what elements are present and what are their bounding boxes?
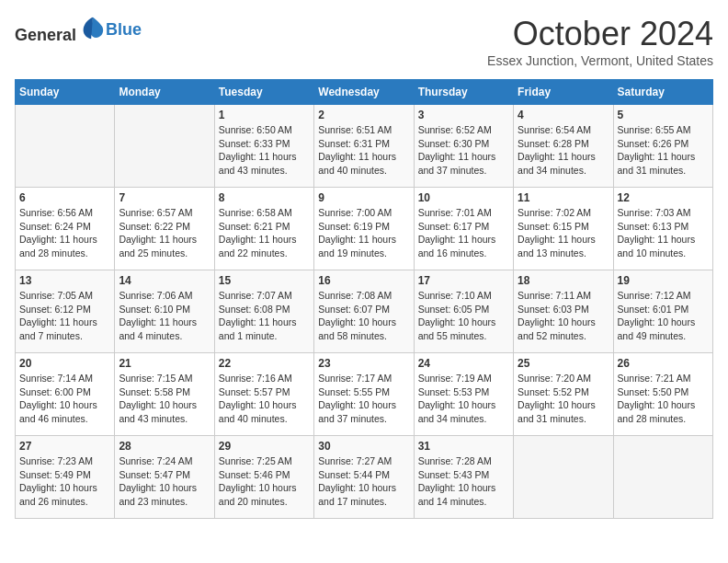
sunrise-text: Sunrise: 7:02 AM [518,207,591,218]
day-number: 15 [219,274,310,287]
sunrise-text: Sunrise: 7:20 AM [518,373,591,384]
sunrise-text: Sunrise: 7:23 AM [19,455,93,466]
day-number: 17 [418,274,509,287]
sunrise-text: Sunrise: 7:11 AM [518,290,591,301]
daylight-text: Daylight: 11 hours and 7 minutes. [19,316,97,341]
daylight-text: Daylight: 10 hours and 17 minutes. [318,482,396,507]
calendar-week-row: 13 Sunrise: 7:05 AM Sunset: 6:12 PM Dayl… [16,270,713,353]
day-number: 4 [518,109,609,121]
day-number: 27 [19,440,110,453]
day-number: 22 [219,357,310,370]
sunset-text: Sunset: 5:58 PM [119,386,190,397]
day-info: Sunrise: 7:03 AM Sunset: 6:13 PM Dayligh… [618,206,709,260]
day-number: 24 [418,357,509,370]
day-number: 29 [219,440,310,453]
day-info: Sunrise: 6:50 AM Sunset: 6:33 PM Dayligh… [219,123,310,178]
day-number: 25 [518,357,609,370]
daylight-text: Daylight: 11 hours and 10 minutes. [618,234,696,259]
sunset-text: Sunset: 6:00 PM [19,386,91,397]
sunrise-text: Sunrise: 6:50 AM [219,124,292,135]
sunrise-text: Sunrise: 7:21 AM [618,373,691,384]
calendar-cell [514,436,613,519]
day-number: 12 [618,191,709,204]
calendar-header-wednesday: Wednesday [314,80,414,105]
calendar-cell: 5 Sunrise: 6:55 AM Sunset: 6:26 PM Dayli… [613,105,712,188]
sunrise-text: Sunrise: 7:10 AM [418,290,492,301]
sunrise-text: Sunrise: 7:17 AM [318,373,392,384]
daylight-text: Daylight: 11 hours and 19 minutes. [318,234,396,259]
page-header: General Blue October 2024 Essex Junction… [15,15,713,68]
calendar-cell: 24 Sunrise: 7:19 AM Sunset: 5:53 PM Dayl… [414,353,513,436]
sunset-text: Sunset: 6:01 PM [618,304,689,315]
daylight-text: Daylight: 10 hours and 26 minutes. [19,482,97,507]
logo-icon [80,15,106,40]
daylight-text: Daylight: 11 hours and 1 minute. [219,316,297,341]
day-info: Sunrise: 6:58 AM Sunset: 6:21 PM Dayligh… [219,206,310,260]
day-number: 26 [618,357,709,370]
sunset-text: Sunset: 5:50 PM [618,386,689,397]
sunset-text: Sunset: 6:30 PM [418,138,490,149]
sunrise-text: Sunrise: 7:28 AM [418,455,492,466]
day-number: 14 [119,274,210,287]
sunrise-text: Sunrise: 7:07 AM [219,290,292,301]
calendar-week-row: 20 Sunrise: 7:14 AM Sunset: 6:00 PM Dayl… [16,353,713,436]
calendar-table: SundayMondayTuesdayWednesdayThursdayFrid… [15,79,713,519]
day-info: Sunrise: 7:11 AM Sunset: 6:03 PM Dayligh… [518,289,609,343]
sunrise-text: Sunrise: 6:52 AM [418,124,492,135]
calendar-header-thursday: Thursday [414,80,513,105]
day-info: Sunrise: 7:27 AM Sunset: 5:44 PM Dayligh… [318,454,409,509]
sunrise-text: Sunrise: 6:54 AM [518,124,591,135]
day-info: Sunrise: 6:55 AM Sunset: 6:26 PM Dayligh… [618,123,709,178]
day-number: 19 [618,274,709,287]
daylight-text: Daylight: 11 hours and 34 minutes. [518,151,596,176]
sunset-text: Sunset: 6:05 PM [418,304,490,315]
sunset-text: Sunset: 5:57 PM [219,386,290,397]
sunset-text: Sunset: 6:31 PM [318,138,390,149]
calendar-cell: 29 Sunrise: 7:25 AM Sunset: 5:46 PM Dayl… [214,436,313,519]
sunset-text: Sunset: 5:46 PM [219,469,290,480]
day-number: 9 [318,191,409,204]
calendar-cell [115,105,214,188]
daylight-text: Daylight: 10 hours and 52 minutes. [518,316,596,341]
sunset-text: Sunset: 6:03 PM [518,304,589,315]
calendar-cell: 27 Sunrise: 7:23 AM Sunset: 5:49 PM Dayl… [16,436,115,519]
calendar-header-tuesday: Tuesday [214,80,313,105]
day-info: Sunrise: 7:05 AM Sunset: 6:12 PM Dayligh… [19,289,110,343]
sunrise-text: Sunrise: 7:19 AM [418,373,492,384]
day-number: 2 [318,109,409,121]
day-info: Sunrise: 7:17 AM Sunset: 5:55 PM Dayligh… [318,372,409,426]
sunset-text: Sunset: 6:17 PM [418,221,490,232]
day-number: 20 [19,357,110,370]
daylight-text: Daylight: 10 hours and 14 minutes. [418,482,496,507]
day-info: Sunrise: 7:02 AM Sunset: 6:15 PM Dayligh… [518,206,609,260]
sunrise-text: Sunrise: 7:14 AM [19,373,93,384]
day-number: 13 [19,274,110,287]
sunset-text: Sunset: 5:47 PM [119,469,190,480]
calendar-week-row: 27 Sunrise: 7:23 AM Sunset: 5:49 PM Dayl… [16,436,713,519]
calendar-cell: 16 Sunrise: 7:08 AM Sunset: 6:07 PM Dayl… [314,270,414,353]
sunset-text: Sunset: 6:07 PM [318,304,390,315]
calendar-cell: 7 Sunrise: 6:57 AM Sunset: 6:22 PM Dayli… [115,188,214,270]
daylight-text: Daylight: 11 hours and 28 minutes. [19,234,97,259]
day-number: 6 [19,191,110,204]
day-number: 7 [119,191,210,204]
logo-blue-text: Blue [106,20,142,39]
day-number: 31 [418,440,509,453]
day-info: Sunrise: 7:16 AM Sunset: 5:57 PM Dayligh… [219,372,310,426]
day-info: Sunrise: 7:14 AM Sunset: 6:00 PM Dayligh… [19,372,110,426]
calendar-cell: 8 Sunrise: 6:58 AM Sunset: 6:21 PM Dayli… [214,188,313,270]
sunrise-text: Sunrise: 7:03 AM [618,207,691,218]
day-number: 8 [219,191,310,204]
sunrise-text: Sunrise: 6:56 AM [19,207,93,218]
day-info: Sunrise: 7:25 AM Sunset: 5:46 PM Dayligh… [219,454,310,509]
calendar-header-row: SundayMondayTuesdayWednesdayThursdayFrid… [16,80,713,105]
calendar-cell [613,436,712,519]
sunset-text: Sunset: 6:22 PM [119,221,190,232]
day-info: Sunrise: 7:23 AM Sunset: 5:49 PM Dayligh… [19,454,110,509]
day-number: 11 [518,191,609,204]
day-number: 21 [119,357,210,370]
calendar-cell: 4 Sunrise: 6:54 AM Sunset: 6:28 PM Dayli… [514,105,613,188]
sunrise-text: Sunrise: 7:01 AM [418,207,492,218]
sunrise-text: Sunrise: 7:16 AM [219,373,292,384]
sunrise-text: Sunrise: 7:25 AM [219,455,292,466]
